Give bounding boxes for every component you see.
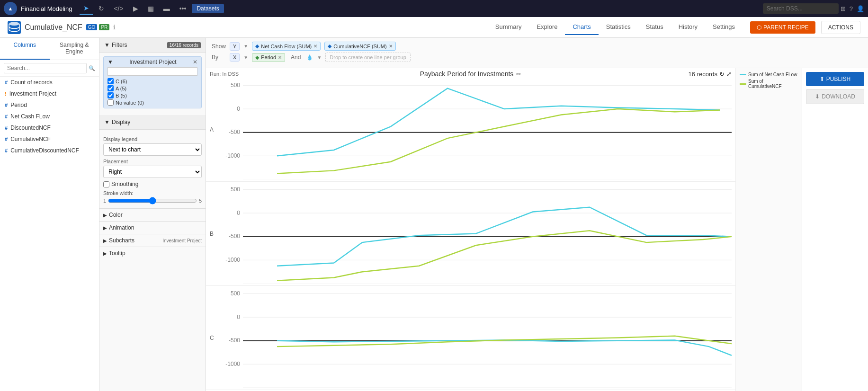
tab-explore[interactable]: Explore [529,19,565,35]
parent-recipe-button[interactable]: ⬡ PARENT RECIPE [750,21,815,34]
field-netcashflow[interactable]: ◆ Net Cash Flow (SUM) ✕ [252,42,321,51]
column-item-discounted[interactable]: # DiscountedNCF [0,122,99,133]
y-dropdown-icon[interactable]: ▼ [243,44,248,49]
chart-panel-c: C 500 0 -500 -1000 [206,286,735,390]
search-input[interactable] [763,3,839,14]
y-axis-badge[interactable]: Y [230,42,240,51]
chart-svg-b: 500 0 -500 -1000 -0.5 0.0 0.5 1.0 [220,184,732,284]
nav-play-icon[interactable]: ▶ [129,3,142,14]
chart-label-c: C [210,335,214,341]
filters-title: Filters [112,42,127,48]
user-icon[interactable]: 👤 [857,5,864,12]
tab-statistics[interactable]: Statistics [599,19,638,35]
checkbox-a[interactable]: A (5) [107,85,197,92]
col-name: Net Cash FLow [10,113,50,120]
column-search-input[interactable] [4,63,87,73]
legend-item-cumulative: Sum of CumulativeNCF [740,79,798,89]
tab-settings[interactable]: Settings [705,19,743,35]
filters-badge: 16/16 records [167,42,201,48]
tab-sampling[interactable]: Sampling & Engine [50,38,99,60]
svg-text:0: 0 [237,210,240,216]
expand-icon[interactable]: ⤢ [726,71,732,78]
col-type-icon: # [5,114,8,119]
legend-select[interactable]: Next to chart Above chart Below chart Hi… [103,143,202,156]
checkbox-c[interactable]: C (6) [107,78,197,85]
checkbox-novalue-input[interactable] [107,99,114,106]
display-header[interactable]: ▼ Display [99,115,206,130]
column-item-investment[interactable]: ! Investment Project [0,88,99,99]
column-item-cumulative[interactable]: # CumulativeNCF [0,133,99,145]
info-icon[interactable]: ℹ [113,24,116,31]
edit-title-icon[interactable]: ✏ [516,71,521,78]
by-row: By X ▼ ◆ Period ✕ And 💧 ▼ Drop to create… [212,53,862,62]
x-dropdown-icon[interactable]: ▼ [243,55,248,60]
svg-text:500: 500 [231,290,240,297]
tab-charts[interactable]: Charts [565,19,598,35]
animation-section-header[interactable]: ▶ Animation [99,221,206,234]
checkbox-novalue[interactable]: No value (0) [107,99,197,106]
nav-monitor-icon[interactable]: ▬ [160,3,174,14]
nav-refresh-icon[interactable]: ↻ [95,3,108,14]
column-item-netcash[interactable]: # Net Cash FLow [0,111,99,122]
actions-button[interactable]: ACTIONS [821,21,860,34]
field-cumulative[interactable]: ◆ CumulativeNCF (SUM) ✕ [324,42,395,51]
tooltip-section-header[interactable]: ▶ Tooltip [99,247,206,259]
checkbox-b[interactable]: B (5) [107,92,197,99]
svg-text:-1000: -1000 [225,361,240,367]
left-panel: Columns Sampling & Engine 🔍 # Count of r… [0,38,99,391]
field-period[interactable]: ◆ Period ✕ [252,53,285,62]
checkbox-a-input[interactable] [107,85,114,91]
slider-max: 5 [199,198,202,204]
tab-summary[interactable]: Summary [488,19,529,35]
checkbox-c-input[interactable] [107,78,114,84]
col-name: DiscountedNCF [10,124,51,131]
filters-header[interactable]: ▼ Filters 16/16 records [99,38,206,53]
help-icon[interactable]: ? [850,5,853,12]
grid-icon[interactable]: ⊞ [841,5,846,12]
x-axis-badge[interactable]: X [230,53,240,62]
netcash-remove-icon[interactable]: ✕ [313,44,317,49]
publish-button[interactable]: ⬆ PUBLISH [806,72,864,86]
drop-icon: 💧 [306,54,313,61]
column-list: # Count of records ! Investment Project … [0,77,99,391]
app-logo: ▲ [4,2,17,15]
period-icon: ◆ [255,54,259,61]
x-dropdown2-icon[interactable]: ▼ [317,55,322,60]
svg-text:-500: -500 [229,337,240,344]
period-remove-icon[interactable]: ✕ [278,55,282,60]
smoothing-checkbox[interactable] [103,181,109,187]
filter-remove-icon[interactable]: ✕ [193,59,197,65]
drop-zone[interactable]: Drop to create one line per group [325,53,410,62]
legend-label-netcash: Sum of Net Cash FLow [748,72,797,77]
dataset-icon [8,21,21,34]
datasets-button[interactable]: Datasets [192,4,224,13]
svg-text:-500: -500 [229,233,240,240]
stroke-slider[interactable] [108,197,197,204]
nav-more-icon[interactable]: ••• [176,3,190,14]
nav-code-icon[interactable]: </> [110,3,127,14]
refresh-icon[interactable]: ↻ [719,71,725,78]
chart-panel-b: B 500 0 -500 -1000 [206,182,735,286]
nav-grid-icon[interactable]: ▦ [144,3,158,14]
download-button[interactable]: ⬇ DOWNLOAD [806,89,864,104]
display-section: Display legend Next to chart Above chart… [99,130,206,208]
column-item-period[interactable]: # Period [0,99,99,111]
chart-main-title: Payback Period for Investments [420,70,514,78]
tab-columns[interactable]: Columns [0,38,50,60]
db-icon [8,21,21,34]
filter-search-input[interactable] [107,67,197,76]
tab-status[interactable]: Status [638,19,671,35]
filter-arrow-icon: ▼ [107,59,113,65]
legend-color-cumulative [740,83,746,85]
column-item-count[interactable]: # Count of records [0,77,99,88]
tab-history[interactable]: History [671,19,705,35]
nav-arrow-icon[interactable]: ➤ [80,2,93,15]
cumulative-remove-icon[interactable]: ✕ [389,44,393,49]
dataset-name: Cumulative_NCF [25,23,82,32]
placement-select[interactable]: Right Left Top Bottom [103,166,202,178]
checkbox-b-input[interactable] [107,92,114,98]
dataset-header: Cumulative_NCF GO PR ℹ Summary Explore C… [0,17,868,38]
subcharts-section-header[interactable]: ▶ Subcharts Investment Project [99,234,206,247]
column-item-cumdiscounted[interactable]: # CumulativeDiscountedNCF [0,145,99,156]
color-section-header[interactable]: ▶ Color [99,208,206,221]
